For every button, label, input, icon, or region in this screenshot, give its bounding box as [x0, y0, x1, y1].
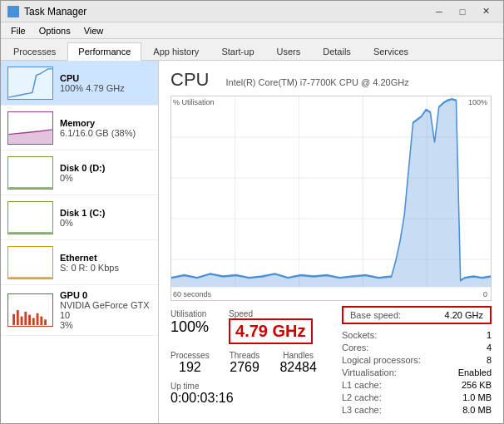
gpu-sidebar-value: 3% [60, 320, 151, 330]
sidebar: CPU 100% 4.79 GHz Memory 6.1/16.0 GB (38… [1, 61, 159, 423]
svg-rect-10 [32, 318, 35, 326]
maximize-button[interactable]: □ [452, 4, 473, 19]
tab-app-history[interactable]: App history [142, 42, 210, 60]
menu-options[interactable]: Options [32, 24, 77, 37]
cores-row: Cores: 4 [342, 343, 492, 353]
sidebar-item-ethernet[interactable]: Ethernet S: 0 R: 0 Kbps [1, 240, 158, 285]
tab-processes[interactable]: Processes [2, 42, 67, 60]
svg-rect-5 [12, 314, 15, 325]
memory-sidebar-value: 6.1/16.0 GB (38%) [60, 128, 136, 138]
svg-marker-22 [171, 99, 491, 287]
ethernet-mini-graph [7, 246, 53, 279]
menu-view[interactable]: View [77, 24, 111, 37]
l1-value: 256 KB [462, 380, 492, 390]
svg-rect-7 [21, 317, 23, 325]
tab-startup[interactable]: Start-up [210, 42, 264, 60]
tab-users[interactable]: Users [266, 42, 312, 60]
logical-row: Logical processors: 8 [342, 355, 492, 365]
app-icon [7, 6, 19, 17]
sidebar-item-memory[interactable]: Memory 6.1/16.0 GB (38%) [1, 106, 158, 150]
svg-rect-3 [14, 12, 17, 16]
speed-label: Speed [229, 309, 312, 318]
handles-label: Handles [283, 351, 314, 360]
chart-y-label: % Utilisation [173, 98, 215, 106]
virtualisation-row: Virtualisation: Enabled [342, 367, 492, 377]
window-title: Task Manager [24, 6, 86, 17]
gpu-sidebar-name2: NVIDIA GeForce GTX 10 [60, 300, 151, 320]
util-speed-row: Utilisation 100% Speed 4.79 GHz [170, 309, 317, 344]
sidebar-item-gpu[interactable]: GPU 0 NVIDIA GeForce GTX 10 3% [1, 285, 158, 336]
svg-rect-0 [9, 7, 12, 11]
cpu-chart-svg [171, 96, 491, 300]
window-controls: ─ □ ✕ [428, 4, 497, 19]
cores-value: 4 [487, 343, 492, 353]
uptime-label: Up time [170, 382, 317, 391]
task-manager-window: Task Manager ─ □ ✕ File Options View Pro… [0, 0, 504, 424]
main-panel: CPU Intel(R) Core(TM) i7-7700K CPU @ 4.2… [159, 61, 503, 423]
cpu-mini-graph [7, 67, 53, 100]
processes-label: Processes [170, 351, 210, 360]
svg-rect-8 [24, 312, 27, 325]
title-bar: Task Manager ─ □ ✕ [1, 1, 503, 22]
disk0-sidebar-info: Disk 0 (D:) 0% [60, 163, 105, 183]
gpu-mini-graph [7, 293, 53, 327]
svg-rect-2 [9, 12, 12, 16]
svg-rect-11 [37, 313, 39, 325]
sockets-row: Sockets: 1 [342, 330, 492, 340]
tab-performance[interactable]: Performance [67, 42, 141, 61]
speed-block: Speed 4.79 GHz [229, 309, 312, 344]
logical-value: 8 [487, 355, 492, 365]
base-speed-label: Base speed: [350, 310, 401, 320]
memory-sidebar-info: Memory 6.1/16.0 GB (38%) [60, 118, 136, 138]
chart-x-left: 60 seconds [173, 290, 211, 298]
handles-value: 82484 [279, 360, 317, 375]
svg-rect-6 [17, 310, 19, 325]
sidebar-item-disk0[interactable]: Disk 0 (D:) 0% [1, 150, 158, 195]
l2-label: L2 cache: [342, 392, 382, 402]
cpu-model: Intel(R) Core(TM) i7-7700K CPU @ 4.20GHz [225, 77, 408, 87]
gpu-sidebar-info: GPU 0 NVIDIA GeForce GTX 10 3% [60, 290, 151, 330]
left-stats: Utilisation 100% Speed 4.79 GHz Processe… [170, 306, 317, 415]
minimize-button[interactable]: ─ [428, 4, 450, 19]
l1-row: L1 cache: 256 KB [342, 380, 492, 390]
svg-rect-13 [44, 319, 47, 325]
content-area: CPU 100% 4.79 GHz Memory 6.1/16.0 GB (38… [1, 61, 503, 423]
proc-thread-handle-row: Processes 192 Threads 2769 Handles 82484 [170, 351, 317, 375]
processes-block: Processes 192 [170, 351, 210, 375]
speed-value: 4.79 GHz [229, 318, 312, 344]
cpu-chart: % Utilisation 100% 60 s [170, 96, 492, 301]
right-info-panel: Base speed: 4.20 GHz Sockets: 1 Cores: 4… [342, 306, 492, 415]
l3-label: L3 cache: [342, 405, 382, 415]
sidebar-item-cpu[interactable]: CPU 100% 4.79 GHz [1, 61, 158, 106]
l3-value: 8.0 MB [462, 405, 492, 415]
ethernet-sidebar-value: S: 0 R: 0 Kbps [60, 263, 119, 273]
disk1-sidebar-value: 0% [60, 218, 105, 228]
close-button[interactable]: ✕ [475, 4, 497, 19]
uptime-block: Up time 0:00:03:16 [170, 382, 317, 406]
handles-block: Handles 82484 [279, 351, 317, 375]
cpu-sidebar-name: CPU [60, 73, 125, 83]
menu-file[interactable]: File [4, 24, 32, 37]
uptime-value: 0:00:03:16 [170, 391, 317, 406]
disk1-sidebar-info: Disk 1 (C:) 0% [60, 208, 105, 228]
memory-mini-graph [7, 111, 53, 145]
cpu-sidebar-value: 100% 4.79 GHz [60, 83, 125, 93]
disk1-mini-graph [7, 201, 53, 234]
base-speed-value: 4.20 GHz [445, 310, 483, 320]
sidebar-item-disk1[interactable]: Disk 1 (C:) 0% [1, 195, 158, 240]
tab-services[interactable]: Services [363, 42, 419, 60]
threads-value: 2769 [230, 360, 259, 375]
ethernet-sidebar-name: Ethernet [60, 253, 119, 263]
ethernet-sidebar-info: Ethernet S: 0 R: 0 Kbps [60, 253, 119, 273]
utilisation-block: Utilisation 100% [170, 309, 209, 344]
processes-value: 192 [179, 360, 201, 375]
l3-row: L3 cache: 8.0 MB [342, 405, 492, 415]
sockets-value: 1 [487, 330, 492, 340]
l1-label: L1 cache: [342, 380, 382, 390]
tab-details[interactable]: Details [312, 42, 362, 60]
disk0-sidebar-value: 0% [60, 173, 105, 183]
threads-label: Threads [230, 351, 260, 360]
memory-sidebar-name: Memory [60, 118, 136, 128]
svg-rect-1 [14, 7, 17, 11]
virtualisation-value: Enabled [458, 367, 492, 377]
